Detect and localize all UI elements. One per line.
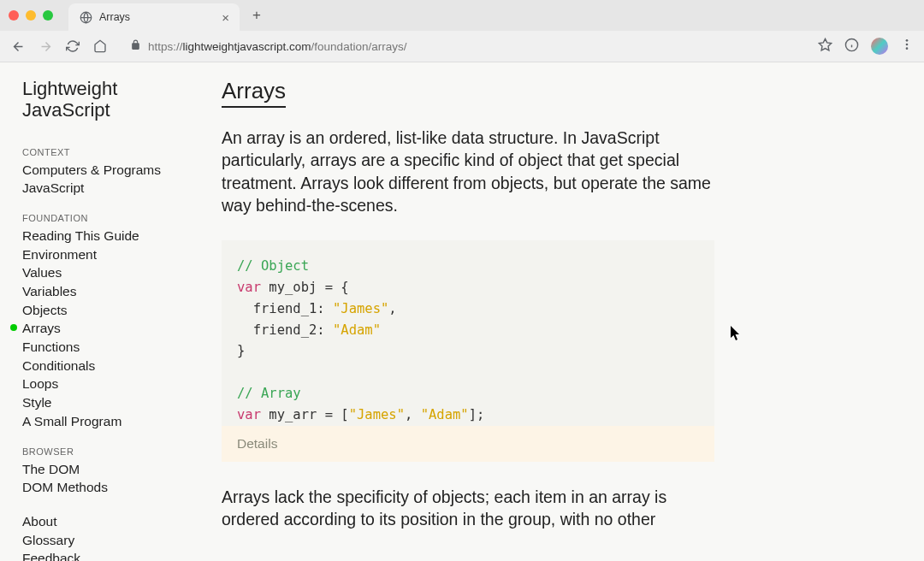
details-toggle[interactable]: Details: [222, 426, 714, 462]
nav-header-browser: BROWSER: [22, 446, 179, 457]
lock-icon: [130, 38, 141, 54]
svg-point-5: [906, 39, 909, 42]
main-content: Arrays An array is an ordered, list-like…: [201, 62, 749, 561]
menu-icon[interactable]: [900, 38, 914, 55]
svg-marker-1: [819, 38, 831, 50]
sidebar-item-reading-this-guide[interactable]: Reading This Guide: [22, 227, 179, 245]
sidebar-item-feedback[interactable]: Feedback: [22, 549, 179, 561]
sidebar-item-environment[interactable]: Environment: [22, 245, 179, 264]
page-title: Arrays: [222, 78, 286, 108]
sidebar-item-the-dom[interactable]: The DOM: [22, 460, 179, 479]
nav-header-foundation: FOUNDATION: [22, 213, 179, 223]
forward-button[interactable]: [38, 38, 53, 54]
back-button[interactable]: [10, 38, 26, 54]
page-content: LightweightJavaScript CONTEXT Computers …: [0, 62, 924, 561]
sidebar-item-about[interactable]: About: [22, 512, 179, 531]
url-text: https://lightweightjavascript.com/founda…: [148, 40, 406, 53]
reload-button[interactable]: [65, 38, 80, 54]
minimize-window-button[interactable]: [26, 10, 36, 21]
sidebar-item-arrays[interactable]: Arrays: [22, 319, 179, 338]
sidebar-item-computers-programs[interactable]: Computers & Programs: [22, 161, 179, 180]
toolbar-right: [818, 38, 914, 56]
sidebar-item-functions[interactable]: Functions: [22, 338, 179, 357]
browser-toolbar: https://lightweightjavascript.com/founda…: [0, 31, 924, 62]
sidebar-item-loops[interactable]: Loops: [22, 375, 179, 393]
outro-paragraph: Arrays lack the specificity of objects; …: [222, 486, 714, 531]
svg-point-6: [906, 44, 909, 46]
close-window-button[interactable]: [9, 10, 19, 21]
sidebar-item-a-small-program[interactable]: A Small Program: [22, 412, 179, 431]
avatar[interactable]: [871, 38, 888, 55]
sidebar-item-dom-methods[interactable]: DOM Methods: [22, 478, 179, 497]
maximize-window-button[interactable]: [43, 10, 53, 21]
bookmark-icon[interactable]: [818, 38, 832, 56]
tab-title: Arrays: [99, 11, 215, 23]
info-icon[interactable]: [844, 38, 859, 56]
sidebar-item-values[interactable]: Values: [22, 263, 179, 282]
close-tab-icon[interactable]: ×: [222, 10, 229, 25]
globe-icon: [79, 10, 92, 24]
sidebar-item-conditionals[interactable]: Conditionals: [22, 357, 179, 375]
intro-paragraph: An array is an ordered, list-like data s…: [222, 127, 714, 216]
sidebar-item-javascript[interactable]: JavaScript: [22, 179, 179, 198]
sidebar-item-variables[interactable]: Variables: [22, 282, 179, 301]
new-tab-button[interactable]: +: [245, 3, 269, 27]
sidebar-item-glossary[interactable]: Glossary: [22, 531, 179, 550]
browser-chrome: Arrays × + https://lightweightjavascript…: [0, 0, 924, 62]
svg-point-7: [906, 47, 909, 50]
sidebar: LightweightJavaScript CONTEXT Computers …: [0, 62, 201, 561]
window-controls: [9, 10, 53, 21]
code-block: // Object var my_obj = { friend_1: "Jame…: [222, 240, 714, 425]
browser-tab[interactable]: Arrays ×: [68, 3, 240, 31]
sidebar-item-style[interactable]: Style: [22, 393, 179, 412]
sidebar-item-objects[interactable]: Objects: [22, 301, 179, 320]
address-bar[interactable]: https://lightweightjavascript.com/founda…: [120, 34, 806, 58]
home-button[interactable]: [92, 38, 108, 54]
tab-bar: Arrays × +: [0, 0, 924, 31]
nav-header-context: CONTEXT: [22, 147, 179, 157]
site-title[interactable]: LightweightJavaScript: [22, 78, 179, 121]
